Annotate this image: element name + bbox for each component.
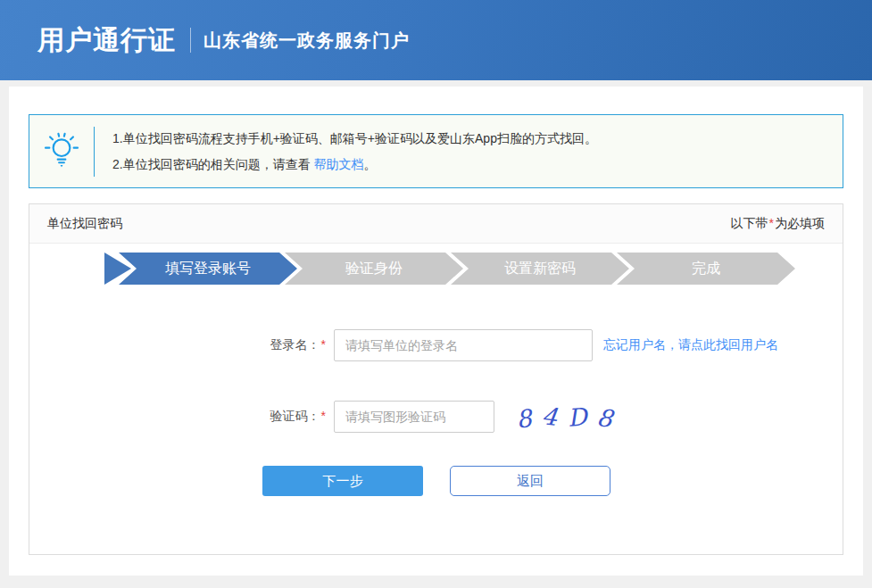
button-row: 下一步 返回 — [262, 466, 843, 496]
notice-line-2-suffix: 。 — [364, 157, 377, 171]
notice-text: 1.单位找回密码流程支持手机+验证码、邮箱号+验证码以及爱山东App扫脸的方式找… — [95, 126, 597, 178]
captcha-row: 验证码：* 8 4 D 8 — [244, 399, 843, 435]
captcha-char: 8 — [514, 403, 533, 433]
notice-line-2-prefix: 2.单位找回密码的相关问题，请查看 — [112, 157, 314, 171]
portal-subtitle: 山东省统一政务服务门户 — [203, 29, 410, 53]
step-label: 验证身份 — [345, 260, 403, 278]
content-card: 1.单位找回密码流程支持手机+验证码、邮箱号+验证码以及爱山东App扫脸的方式找… — [9, 87, 863, 576]
page: 用户通行证 山东省统一政务服务门户 — [0, 0, 872, 576]
login-name-label: 登录名：* — [244, 337, 327, 353]
recover-password-panel: 单位找回密码 以下带*为必填项 填写登录账号 验证身份 设置新密码 完成 — [29, 203, 843, 555]
captcha-char: 4 — [540, 402, 559, 431]
brand: 用户通行证 山东省统一政务服务门户 — [37, 22, 410, 59]
step-label: 设置新密码 — [504, 260, 576, 278]
stepper: 填写登录账号 验证身份 设置新密码 完成 — [104, 253, 843, 285]
notice-line-2: 2.单位找回密码的相关问题，请查看 帮助文档。 — [112, 152, 597, 178]
captcha-image[interactable]: 8 4 D 8 — [511, 399, 618, 435]
login-required-asterisk: * — [320, 337, 327, 352]
step-label: 完成 — [692, 260, 720, 278]
step-set-new-password: 设置新密码 — [451, 253, 629, 285]
next-step-button[interactable]: 下一步 — [262, 466, 423, 496]
forgot-username-link[interactable]: 忘记用户名，请点此找回用户名 — [603, 337, 778, 353]
step-label: 填写登录账号 — [165, 260, 251, 278]
help-doc-link[interactable]: 帮助文档 — [314, 157, 364, 171]
panel-header: 单位找回密码 以下带*为必填项 — [29, 204, 843, 244]
login-name-input[interactable] — [334, 329, 593, 361]
captcha-label: 验证码：* — [244, 409, 327, 425]
title-divider — [190, 28, 191, 53]
required-note: 以下带*为必填项 — [731, 216, 825, 232]
login-name-row: 登录名：* 忘记用户名，请点此找回用户名 — [244, 329, 843, 361]
lightbulb-icon — [29, 131, 94, 172]
header-bar: 用户通行证 山东省统一政务服务门户 — [0, 0, 872, 80]
captcha-label-text: 验证码： — [270, 409, 320, 423]
step-verify-identity: 验证身份 — [285, 253, 463, 285]
captcha-char: 8 — [594, 402, 614, 432]
required-note-prefix: 以下带 — [731, 216, 768, 230]
captcha-input[interactable] — [334, 401, 494, 433]
notice-line-1: 1.单位找回密码流程支持手机+验证码、邮箱号+验证码以及爱山东App扫脸的方式找… — [112, 126, 597, 152]
page-title: 用户通行证 — [37, 22, 176, 59]
panel-title: 单位找回密码 — [47, 216, 122, 232]
notice-box: 1.单位找回密码流程支持手机+验证码、邮箱号+验证码以及爱山东App扫脸的方式找… — [29, 114, 843, 188]
step-fill-login-account: 填写登录账号 — [119, 253, 297, 285]
required-note-suffix: 为必填项 — [775, 216, 825, 230]
step-complete: 完成 — [617, 253, 795, 285]
back-button[interactable]: 返回 — [450, 466, 610, 496]
login-name-label-text: 登录名： — [270, 337, 320, 352]
required-asterisk: * — [768, 216, 775, 230]
captcha-char: D — [566, 402, 587, 432]
captcha-required-asterisk: * — [320, 409, 327, 423]
